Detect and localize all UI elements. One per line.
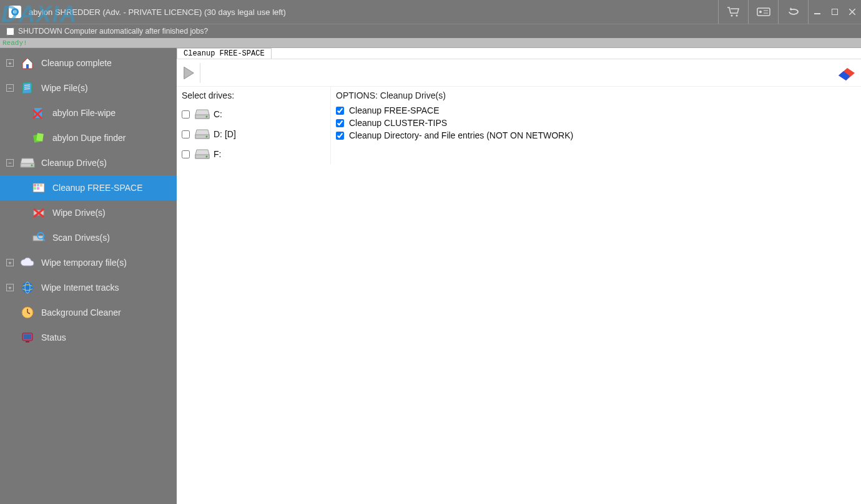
- collapse-icon[interactable]: −: [6, 84, 14, 92]
- card-button[interactable]: [748, 0, 778, 24]
- grid-icon: [31, 180, 46, 195]
- nav-label: Wipe temporary file(s): [41, 258, 127, 268]
- expand-icon[interactable]: +: [6, 284, 14, 291]
- drive-icon: [195, 109, 210, 120]
- option-row: Cleanup FREE-SPACE: [336, 104, 861, 117]
- file-x-icon: [31, 105, 46, 120]
- nav-label: Scan Drives(s): [52, 233, 110, 243]
- toolbar: [177, 59, 861, 87]
- dupe-icon: [31, 130, 46, 145]
- content-tabs: Cleanup FREE-SPACE: [177, 48, 861, 59]
- house-icon: [20, 56, 35, 70]
- nav-label: Wipe Drive(s): [52, 208, 106, 218]
- titlebar: abylon SHREDDER (Adv. - PRIVATE LICENCE)…: [0, 0, 861, 24]
- nav-label: Cleanup complete: [41, 58, 112, 68]
- drive-label: C:: [214, 109, 222, 119]
- cart-button[interactable]: [718, 0, 748, 24]
- drive-x-icon: [31, 205, 46, 220]
- maximize-button[interactable]: [826, 0, 844, 24]
- svg-point-1: [13, 10, 17, 14]
- tab-cleanup-freespace[interactable]: Cleanup FREE-SPACE: [177, 48, 272, 59]
- svg-rect-25: [37, 184, 39, 187]
- drive-label: F:: [214, 149, 221, 159]
- magnify-drive-icon: [31, 230, 46, 245]
- drive-checkbox[interactable]: [182, 110, 190, 119]
- svg-rect-41: [24, 334, 31, 339]
- svg-rect-42: [26, 341, 29, 342]
- clock-icon: [20, 305, 35, 320]
- nav-scan-drives[interactable]: Scan Drives(s): [0, 225, 177, 250]
- svg-point-5: [759, 11, 762, 13]
- nav-cleanup-complete[interactable]: + Cleanup complete: [0, 51, 177, 75]
- svg-point-48: [206, 156, 208, 158]
- drive-checkbox[interactable]: [182, 130, 190, 138]
- app-icon: [9, 6, 21, 18]
- nav-label: Status: [41, 332, 66, 342]
- nav-dupe-finder[interactable]: abylon Dupe finder: [0, 125, 177, 150]
- select-drives-header: Select drives:: [182, 90, 330, 104]
- option-label: Cleanup FREE-SPACE: [349, 105, 439, 115]
- nav-label: Cleanup Drive(s): [41, 158, 107, 168]
- svg-rect-12: [26, 64, 29, 69]
- drive-row: F:: [182, 144, 330, 164]
- svg-point-2: [731, 15, 732, 17]
- eraser-icon[interactable]: [835, 64, 857, 82]
- nav-wipe-drives[interactable]: Wipe Drive(s): [0, 200, 177, 225]
- nav-label: Cleanup FREE-SPACE: [52, 183, 142, 193]
- minimize-button[interactable]: [809, 0, 826, 24]
- option-row: Cleanup CLUSTER-TIPS: [336, 117, 861, 129]
- expand-icon[interactable]: +: [6, 59, 14, 67]
- refresh-button[interactable]: [778, 0, 808, 24]
- shutdown-bar: SHUTDOWN Computer automatically after fi…: [0, 24, 861, 38]
- drive-checkbox[interactable]: [182, 150, 190, 158]
- svg-rect-28: [37, 187, 39, 190]
- cloud-icon: [20, 255, 35, 270]
- svg-point-3: [736, 15, 737, 17]
- drive-icon: [195, 148, 210, 160]
- option-checkbox[interactable]: [336, 107, 344, 115]
- options-panel: OPTIONS: Cleanup Drive(s) Cleanup FREE-S…: [330, 87, 861, 164]
- option-label: Cleanup CLUSTER-TIPS: [349, 118, 447, 128]
- nav-label: Wipe File(s): [41, 83, 88, 93]
- collapse-icon[interactable]: −: [6, 159, 14, 167]
- nav-file-wipe[interactable]: abylon File-wipe: [0, 100, 177, 125]
- nav-wipe-internet[interactable]: + Wipe Internet tracks: [0, 275, 177, 300]
- nav-label: Background Cleaner: [41, 308, 121, 317]
- nav-cleanup-freespace[interactable]: Cleanup FREE-SPACE: [0, 175, 177, 200]
- option-checkbox[interactable]: [336, 119, 344, 127]
- nav-status[interactable]: Status: [0, 325, 177, 350]
- svg-point-22: [31, 165, 33, 167]
- nav-label: abylon File-wipe: [52, 108, 116, 118]
- nav-bg-cleaner[interactable]: Background Cleaner: [0, 300, 177, 325]
- drive-row: C:: [182, 104, 330, 124]
- nav-label: Wipe Internet tracks: [41, 283, 119, 293]
- svg-rect-9: [832, 9, 838, 15]
- svg-rect-26: [40, 184, 42, 187]
- drive-icon: [195, 128, 210, 140]
- expand-icon[interactable]: +: [6, 259, 14, 266]
- nav-wipe-files[interactable]: − Wipe File(s): [0, 75, 177, 100]
- option-checkbox[interactable]: [336, 132, 344, 140]
- status-bar: Ready!: [0, 38, 861, 48]
- drives-panel: Select drives: C:D: [D]F:: [177, 87, 330, 164]
- document-icon: [20, 80, 35, 95]
- nav-cleanup-drives[interactable]: − Cleanup Drive(s): [0, 150, 177, 175]
- svg-rect-27: [34, 187, 36, 190]
- content-area: Cleanup FREE-SPACE Select drives: C:D: […: [177, 48, 861, 504]
- svg-rect-20: [36, 133, 44, 141]
- globe-icon: [20, 280, 35, 295]
- shutdown-checkbox[interactable]: [6, 27, 14, 36]
- drive-label: D: [D]: [214, 129, 236, 139]
- close-button[interactable]: [844, 0, 861, 24]
- nav-label: abylon Dupe finder: [52, 133, 126, 143]
- svg-rect-24: [34, 184, 36, 187]
- option-row: Cleanup Directory- and File entries (NOT…: [336, 129, 861, 142]
- option-label: Cleanup Directory- and File entries (NOT…: [349, 130, 573, 140]
- sidebar: + Cleanup complete − Wipe File(s) abylon…: [0, 48, 177, 504]
- shutdown-label: SHUTDOWN Computer automatically after fi…: [18, 27, 208, 36]
- run-button[interactable]: [180, 63, 200, 83]
- nav-wipe-temp[interactable]: + Wipe temporary file(s): [0, 250, 177, 275]
- svg-point-44: [206, 116, 208, 118]
- drive-icon: [20, 155, 35, 170]
- monitor-icon: [20, 330, 35, 345]
